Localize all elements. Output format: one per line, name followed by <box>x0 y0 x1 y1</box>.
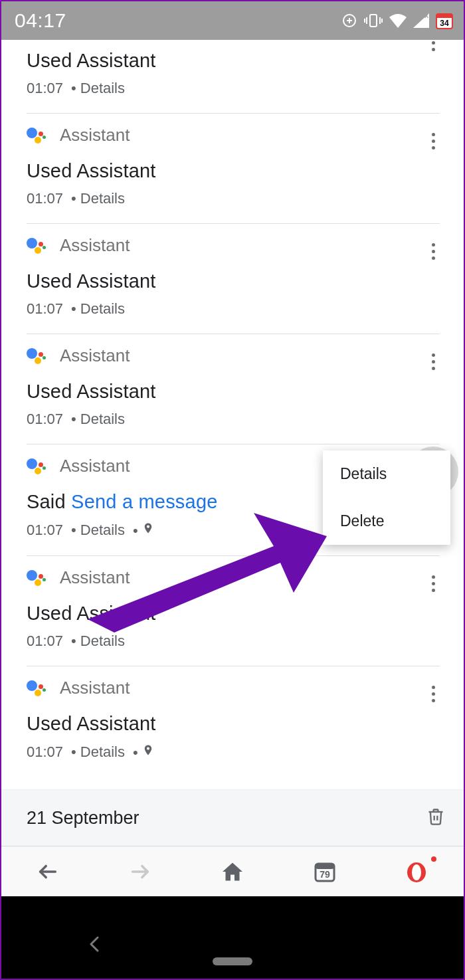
activity-subline: 01:07 Details <box>27 300 448 318</box>
activity-time: 01:07 <box>27 522 63 539</box>
more-options-button[interactable] <box>418 347 448 376</box>
data-saver-icon <box>341 13 357 29</box>
signal-icon: X <box>413 13 429 28</box>
assistant-icon <box>27 457 45 476</box>
activity-item[interactable]: Assistant Used Assistant 01:07 Details <box>1 334 464 444</box>
activity-subline: 01:07 Details <box>27 743 448 761</box>
activity-list[interactable]: Assistant Used Assistant 01:07 Details A… <box>1 40 464 846</box>
source-label: Assistant <box>60 345 130 366</box>
assistant-icon <box>27 237 45 255</box>
source-label: Assistant <box>60 235 130 256</box>
assistant-icon <box>27 126 45 145</box>
location-icon <box>129 521 154 539</box>
activity-title: Used Assistant <box>27 160 448 182</box>
device-frame: 04:17 X 34 Assistant Used Assistant 01:0… <box>0 0 465 980</box>
status-bar: 04:17 X 34 <box>1 1 464 40</box>
nav-back-button[interactable] <box>25 855 71 888</box>
activity-time: 01:07 <box>27 743 63 761</box>
details-link[interactable]: Details <box>67 80 125 97</box>
nav-opera-button[interactable] <box>394 855 440 888</box>
activity-title: Used Assistant <box>27 603 448 625</box>
system-nav-bar <box>1 896 464 979</box>
more-options-button[interactable] <box>418 237 448 266</box>
svg-text:34: 34 <box>440 19 449 28</box>
svg-text:79: 79 <box>320 869 330 880</box>
status-icons: X 34 <box>341 12 453 29</box>
date-section: 21 September <box>1 789 464 846</box>
details-link[interactable]: Details <box>67 633 125 650</box>
activity-time: 01:07 <box>27 300 63 318</box>
svg-rect-3 <box>370 15 377 27</box>
activity-item[interactable]: Assistant Used Assistant 01:07 Details <box>1 40 464 113</box>
activity-item[interactable]: Assistant Used Assistant 01:07 Details <box>1 223 464 334</box>
menu-item-details[interactable]: Details <box>323 450 450 498</box>
status-time: 04:17 <box>15 9 66 32</box>
activity-title: Used Assistant <box>27 713 448 735</box>
activity-subline: 01:07 Details <box>27 411 448 428</box>
more-options-button[interactable] <box>418 126 448 155</box>
system-home-pill[interactable] <box>213 957 252 965</box>
activity-time: 01:07 <box>27 411 63 428</box>
more-options-button[interactable] <box>418 679 448 708</box>
nav-forward-button[interactable] <box>117 855 163 888</box>
svg-text:X: X <box>424 13 428 19</box>
activity-time: 01:07 <box>27 190 63 207</box>
details-link[interactable]: Details <box>67 522 125 539</box>
assistant-icon <box>27 679 45 698</box>
activity-time: 01:07 <box>27 633 63 650</box>
vibrate-icon <box>364 13 383 29</box>
activity-title: Used Assistant <box>27 270 448 292</box>
source-label: Assistant <box>60 567 130 588</box>
menu-item-delete[interactable]: Delete <box>323 498 450 545</box>
notification-dot-icon <box>431 856 436 862</box>
activity-subline: 01:07 Details <box>27 80 448 97</box>
said-prefix: Said <box>27 491 71 512</box>
more-options-button[interactable] <box>418 569 448 598</box>
svg-rect-16 <box>316 864 334 869</box>
svg-rect-10 <box>436 14 452 18</box>
nav-tabs-button[interactable]: 79 <box>302 855 348 888</box>
details-link[interactable]: Details <box>67 743 125 761</box>
activity-item[interactable]: Assistant Used Assistant 01:07 Details <box>1 666 464 777</box>
activity-item[interactable]: Assistant Used Assistant 01:07 Details <box>1 113 464 223</box>
activity-title: Used Assistant <box>27 50 448 72</box>
activity-item[interactable]: Assistant Used Assistant 01:07 Details <box>1 555 464 666</box>
activity-subline: 01:07 Details <box>27 190 448 207</box>
details-link[interactable]: Details <box>67 300 125 318</box>
assistant-icon <box>27 347 45 365</box>
system-back-button[interactable] <box>88 935 101 953</box>
nav-home-button[interactable] <box>209 855 256 888</box>
svg-point-19 <box>412 864 421 880</box>
date-label: 21 September <box>27 808 140 829</box>
source-label: Assistant <box>60 125 130 146</box>
activity-title: Used Assistant <box>27 381 448 403</box>
said-link[interactable]: Send a message <box>71 491 217 512</box>
activity-subline: 01:07 Details <box>27 633 448 650</box>
source-label: Assistant <box>60 456 130 476</box>
browser-nav-bar: 79 <box>1 846 464 896</box>
assistant-icon <box>27 569 45 587</box>
details-link[interactable]: Details <box>67 190 125 207</box>
source-label: Assistant <box>60 678 130 698</box>
context-menu: Details Delete <box>323 450 450 545</box>
calendar-badge-icon: 34 <box>436 12 453 29</box>
location-icon <box>129 743 154 761</box>
activity-time: 01:07 <box>27 80 63 97</box>
wifi-icon <box>389 13 407 28</box>
details-link[interactable]: Details <box>67 411 125 428</box>
delete-day-button[interactable] <box>426 806 445 830</box>
